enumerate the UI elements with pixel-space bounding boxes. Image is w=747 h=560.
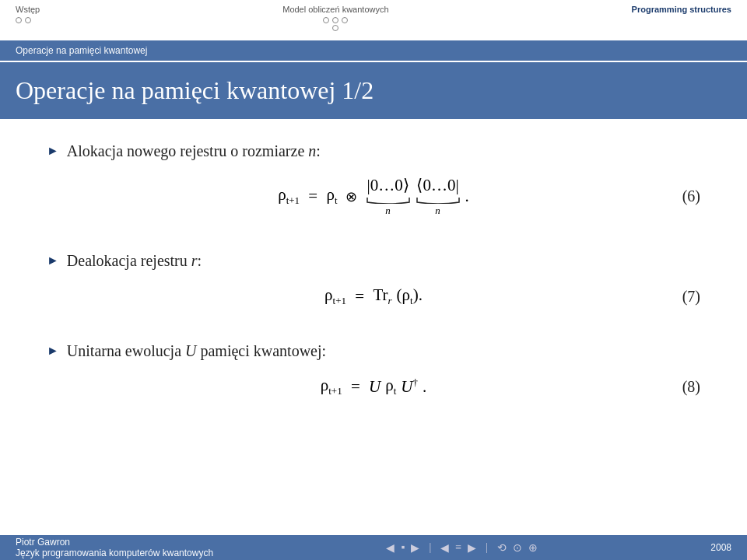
eq6-period: . — [465, 187, 469, 206]
bullet-item-3: ► Unitarna ewolucja U pamięci kwantowej: — [47, 342, 700, 360]
eq6-underbrace1 — [366, 196, 411, 204]
footer-author: Piotr Gawron — [16, 537, 213, 548]
eq7-tr: Trr — [373, 285, 391, 307]
nav-center-dots-2 — [332, 25, 338, 31]
nav-section-center: Model obliczeń kwantowych — [282, 5, 388, 31]
nav-zoom-icon[interactable]: ⊕ — [528, 541, 538, 555]
equation-6: ρt+1 = ρt ⊗ |0…0⟩ n ⟨0…0| n — [47, 176, 700, 217]
eq6-lhs: ρt+1 — [278, 185, 300, 207]
bullet-arrow-3: ► — [47, 344, 59, 358]
nav-sep: | — [429, 541, 431, 554]
dot-c3 — [342, 17, 348, 23]
bullet-arrow-2: ► — [47, 254, 59, 268]
dot-c2 — [332, 17, 338, 23]
eq6-bra: ⟨0…0| n — [416, 176, 461, 217]
breadcrumb: Operacje na pamięci kwantowej — [0, 40, 747, 61]
eq6-rhot: ρt — [326, 185, 337, 207]
eq6-number: (6) — [682, 187, 700, 205]
nav-square-icon[interactable]: ▪ — [401, 541, 405, 554]
nav-left-label: Wstęp — [16, 5, 40, 14]
nav-sep2: | — [486, 541, 488, 554]
equation-7: ρt+1 = Trr (ρt). (7) — [47, 285, 700, 307]
nav-right-label: Programming structures — [632, 5, 731, 14]
title-bar: Operacje na pamięci kwantowej 1/2 — [0, 62, 747, 119]
nav-prev2-icon[interactable]: ◀ — [440, 541, 449, 555]
dot-2 — [25, 17, 31, 23]
eq8-rhot: ρt — [385, 376, 396, 397]
eq7-equals: = — [351, 287, 368, 306]
bullet-text-1: Alokacja nowego rejestru o rozmiarze n: — [67, 142, 321, 160]
bullet-text-2: Dealokacja rejestru r: — [67, 252, 202, 270]
nav-next2-icon[interactable]: ▶ — [468, 541, 476, 555]
eq6-tensor: ⊗ — [342, 188, 361, 205]
nav-prev-icon[interactable]: ◀ — [386, 541, 395, 555]
equation-8: ρt+1 = U ρt U† . (8) — [47, 376, 700, 397]
footer-nav-icons[interactable]: ◀ ▪ ▶ | ◀ ≡ ▶ | ⟲ ⊙ ⊕ — [386, 541, 538, 555]
bullet-item-2: ► Dealokacja rejestru r: — [47, 252, 700, 270]
nav-section-left: Wstęp — [16, 5, 40, 23]
dot-c1 — [323, 17, 329, 23]
eq6-equals: = — [304, 187, 321, 206]
eq6-n1: n — [385, 205, 391, 217]
nav-center-dots — [323, 17, 348, 23]
top-navigation: Wstęp Model obliczeń kwantowych Programm… — [0, 0, 747, 40]
nav-left-dots — [16, 17, 31, 23]
eq8-period: . — [423, 377, 426, 397]
nav-section-right: Programming structures — [632, 5, 731, 14]
eq6-bra-text: ⟨0…0| — [416, 176, 458, 195]
bullet-arrow-1: ► — [47, 144, 59, 158]
nav-center-label: Model obliczeń kwantowych — [282, 5, 388, 14]
main-content: ► Alokacja nowego rejestru o rozmiarze n… — [0, 119, 747, 436]
footer-left: Piotr Gawron Język programowania kompute… — [16, 537, 213, 558]
eq8-u: U — [369, 377, 381, 397]
eq7-number: (7) — [682, 288, 700, 306]
eq8-lhs: ρt+1 — [321, 376, 342, 397]
nav-search-icon[interactable]: ⊙ — [513, 541, 522, 555]
dot-1 — [16, 17, 22, 23]
nav-next-icon[interactable]: ▶ — [411, 541, 419, 555]
footer-year: 2008 — [710, 542, 731, 553]
nav-back-icon[interactable]: ⟲ — [497, 541, 507, 555]
eq6-content: ρt+1 = ρt ⊗ |0…0⟩ n ⟨0…0| n — [278, 176, 469, 217]
eq7-content: ρt+1 = Trr (ρt). — [324, 285, 423, 307]
bullet-item-1: ► Alokacja nowego rejestru o rozmiarze n… — [47, 142, 700, 160]
footer-subtitle: Język programowania komputerów kwantowyc… — [16, 548, 213, 558]
page-title: Operacje na pamięci kwantowej 1/2 — [16, 76, 731, 105]
eq8-udagger: U† — [401, 376, 418, 397]
eq7-paren: (ρt). — [397, 285, 423, 307]
nav-list-icon[interactable]: ≡ — [455, 541, 461, 554]
bullet-text-3: Unitarna ewolucja U pamięci kwantowej: — [67, 342, 326, 360]
eq6-n2: n — [435, 205, 440, 217]
footer: Piotr Gawron Język programowania kompute… — [0, 535, 747, 560]
breadcrumb-text: Operacje na pamięci kwantowej — [16, 45, 147, 56]
eq8-content: ρt+1 = U ρt U† . — [321, 376, 426, 397]
eq8-number: (8) — [682, 378, 700, 396]
eq6-ket-text: |0…0⟩ — [366, 176, 409, 195]
eq6-ket: |0…0⟩ n — [366, 176, 411, 217]
eq6-underbrace2 — [416, 196, 461, 204]
eq7-lhs: ρt+1 — [324, 285, 346, 307]
dot-c4 — [332, 25, 338, 31]
eq8-equals: = — [347, 377, 364, 397]
